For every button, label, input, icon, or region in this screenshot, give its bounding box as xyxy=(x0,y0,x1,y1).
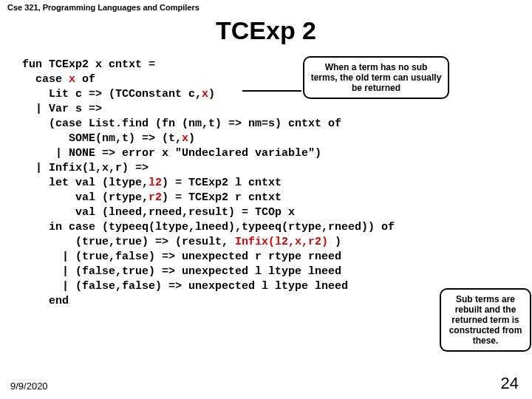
code-highlight: l2 xyxy=(149,177,162,189)
code-text: of xyxy=(75,73,95,86)
code-line: val (lneed,rneed,result) = TCOp x xyxy=(22,206,295,219)
code-line: let val (ltype, xyxy=(22,177,149,189)
callout-sub-terms-rebuilt: Sub terms are rebuilt and the returned t… xyxy=(440,288,531,352)
slide-date: 9/9/2020 xyxy=(10,381,48,392)
code-highlight: r2 xyxy=(149,191,162,204)
code-text: ) = TCExp2 r cntxt xyxy=(162,191,282,204)
code-line: (true,true) => (result, xyxy=(22,236,235,248)
code-line: | NONE => error x "Undeclared variable") xyxy=(22,147,321,160)
code-line: | Infix(l,x,r) => xyxy=(22,162,149,174)
code-line: Lit c => (TCConstant c, xyxy=(22,88,202,100)
code-line: val (rtype, xyxy=(22,191,149,204)
page-title: TCExp 2 xyxy=(0,16,532,45)
code-line: | Var s => xyxy=(22,103,102,115)
code-highlight: x xyxy=(202,88,208,100)
code-text: ) xyxy=(188,132,195,145)
slide: Cse 321, Programming Languages and Compi… xyxy=(0,0,532,399)
code-line: SOME(nm,t) => (t, xyxy=(22,132,182,145)
page-number: 24 xyxy=(501,374,519,393)
code-highlight: Infix(l2,x,r2) xyxy=(235,236,328,248)
code-line: | (true,false) => unexpected r rtype rne… xyxy=(22,250,341,263)
code-text: ) xyxy=(328,236,341,248)
code-line: end xyxy=(22,295,69,307)
code-line: | (false,false) => unexpected l ltype ln… xyxy=(22,280,348,293)
code-text: ) xyxy=(208,88,215,100)
callout-no-sub-terms: When a term has no sub terms, the old te… xyxy=(303,56,449,99)
code-text: ) = TCExp2 l cntxt xyxy=(162,177,282,189)
code-highlight: x xyxy=(182,132,188,145)
code-highlight: x xyxy=(69,73,75,86)
code-line: fun TCExp2 x cntxt = xyxy=(22,58,155,71)
code-line: in case (typeeq(ltype,lneed),typeeq(rtyp… xyxy=(22,221,395,233)
callout-pointer xyxy=(242,90,301,92)
code-line: case xyxy=(22,73,69,86)
code-line: | (false,true) => unexpected l ltype lne… xyxy=(22,265,341,278)
course-label: Cse 321, Programming Languages and Compi… xyxy=(7,3,200,12)
code-line: (case List.find (fn (nm,t) => nm=s) cntx… xyxy=(22,117,341,130)
